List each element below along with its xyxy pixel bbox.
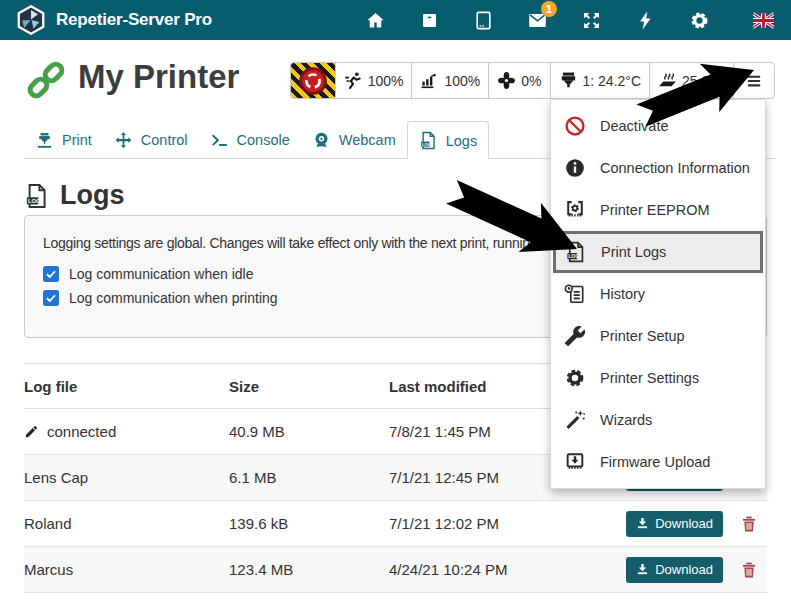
history-icon [564, 283, 586, 305]
flow-icon [420, 71, 439, 90]
Marcus: Marcus 123.4 MB 4/24/21 10:24 PM Downloa… [24, 547, 767, 593]
col-log-file: Log file [24, 378, 229, 395]
printer-name: My Printer [78, 58, 239, 96]
Roland: Roland 139.6 kB 7/1/21 12:02 PM Download [24, 501, 767, 547]
bolt-icon [635, 10, 656, 31]
download-icon [636, 517, 649, 530]
home-button[interactable] [364, 9, 386, 31]
menu-item-firmware-upload[interactable]: Firmware Upload [551, 441, 765, 483]
info-icon [564, 157, 586, 179]
app-header: Repetier-Server Pro 1 [0, 0, 791, 40]
printer-tabs: Print Control Console Webcam LOG Logs [24, 121, 489, 159]
delete-log-icon[interactable] [740, 561, 758, 579]
notification-badge: 1 [541, 1, 557, 17]
wrench-icon [564, 325, 586, 347]
app-title: Repetier-Server Pro [56, 10, 212, 30]
print-icon [35, 131, 54, 150]
tab-console[interactable]: Console [199, 121, 301, 159]
extruder-status[interactable]: 1: 24.2°C [550, 63, 650, 98]
tablet-icon [473, 10, 494, 31]
logs-icon: LOG [419, 131, 438, 150]
hamburger-icon [744, 71, 764, 91]
checkbox-checked[interactable] [43, 266, 59, 282]
global-settings-button[interactable] [688, 9, 710, 31]
expand-icon [581, 10, 602, 31]
menu-item-print-logs[interactable]: LOG Print Logs [553, 231, 763, 273]
eeprom-icon [564, 199, 586, 221]
tab-control[interactable]: Control [103, 121, 199, 159]
menu-item-history[interactable]: History [551, 273, 765, 315]
svg-text:LOG: LOG [422, 142, 432, 147]
control-icon [114, 131, 133, 150]
wand-icon [564, 409, 586, 431]
printers-button[interactable] [418, 9, 440, 31]
emergency-stop-icon [298, 66, 328, 96]
logs-icon: LOG [24, 183, 50, 209]
gear-icon [564, 367, 586, 389]
webcam-icon [312, 131, 331, 150]
menu-item-wizards[interactable]: Wizards [551, 399, 765, 441]
tab-print[interactable]: Print [24, 121, 103, 159]
home-icon [365, 10, 386, 31]
page-title: LOG Logs [24, 180, 125, 211]
deactivate-icon [564, 115, 586, 137]
speed-icon [344, 71, 363, 90]
pencil-icon [24, 424, 39, 439]
svg-text:LOG: LOG [28, 198, 41, 204]
menu-item-connection-information[interactable]: Connection Information [551, 147, 765, 189]
printer-dropdown-menu: Deactivate Connection Information Printe… [550, 99, 766, 489]
menu-item-printer-setup[interactable]: Printer Setup [551, 315, 765, 357]
messages-button[interactable]: 1 [526, 9, 548, 31]
printer-menu-button[interactable] [733, 63, 774, 98]
checkbox-checked[interactable] [43, 290, 59, 306]
fan-status[interactable]: 0% [488, 63, 549, 98]
server-icon [419, 10, 440, 31]
bed-icon [658, 71, 677, 90]
menu-item-printer-eeprom[interactable]: Printer EEPROM [551, 189, 765, 231]
repetier-server-page: Repetier-Server Pro 1 [0, 0, 791, 600]
touch-interface-button[interactable] [472, 9, 494, 31]
download-icon [636, 563, 649, 576]
download-button[interactable]: Download [626, 511, 723, 537]
col-size: Size [229, 378, 389, 395]
speed-status[interactable]: 100% [335, 63, 412, 98]
fan-icon [497, 71, 516, 90]
tab-webcam[interactable]: Webcam [301, 121, 407, 159]
printer-link-icon [24, 58, 68, 102]
quick-actions-button[interactable] [634, 9, 656, 31]
extruder-icon [559, 71, 578, 90]
tab-logs[interactable]: LOG Logs [407, 121, 489, 159]
delete-log-icon[interactable] [740, 515, 758, 533]
menu-item-deactivate[interactable]: Deactivate [551, 105, 765, 147]
flow-status[interactable]: 100% [411, 63, 488, 98]
fullscreen-button[interactable] [580, 9, 602, 31]
menu-item-printer-settings[interactable]: Printer Settings [551, 357, 765, 399]
language-button[interactable] [752, 9, 774, 31]
repetier-logo [16, 5, 46, 35]
svg-text:LOG: LOG [568, 254, 579, 259]
bed-status[interactable]: 25.0°C [649, 63, 733, 98]
gear-icon [689, 10, 710, 31]
firmware-icon [564, 451, 586, 473]
logs-icon: LOG [565, 241, 587, 263]
download-button[interactable]: Download [626, 557, 723, 583]
console-icon [210, 131, 229, 150]
brand[interactable]: Repetier-Server Pro [16, 5, 212, 35]
topbar-nav: 1 [364, 9, 774, 31]
emergency-stop-button[interactable] [291, 63, 335, 98]
uk-flag-icon [753, 10, 774, 31]
printer-status-bar: 100% 100% 0% 1: 24.2°C 25.0°C [290, 62, 775, 99]
